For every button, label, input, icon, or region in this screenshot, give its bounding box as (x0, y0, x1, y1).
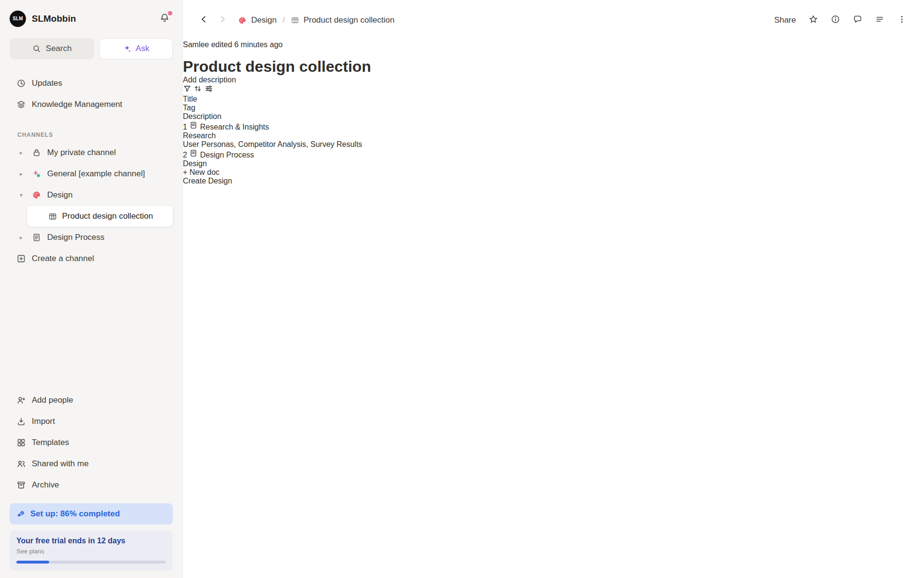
table-row: 1 Research & Insights Research User Pers… (183, 121, 924, 149)
column-header-description[interactable]: Description (183, 112, 924, 121)
sidebar-item-my-private-channel[interactable]: ▸ My private channel (10, 142, 173, 163)
sidebar-item-archive[interactable]: Archive (10, 474, 173, 496)
breadcrumb-page[interactable]: Product design collection (304, 15, 395, 25)
breadcrumb: Design / Product design collection (238, 15, 395, 25)
sidebar-spacer (10, 269, 173, 390)
breadcrumb-channel[interactable]: Design (251, 15, 277, 25)
tag-create-dropdown: Create Design (183, 177, 924, 185)
search-button[interactable]: Search (10, 38, 94, 59)
tag-pill-design: Design (208, 177, 232, 185)
title-cell[interactable]: 1 Research & Insights (183, 121, 924, 131)
view-settings-icon[interactable] (205, 84, 213, 93)
chevron-right-icon[interactable]: ▸ (16, 149, 26, 156)
notifications-button[interactable] (156, 10, 173, 27)
title-cell[interactable]: 2 Design Process (183, 149, 924, 159)
create-tag-option[interactable]: Create Design (183, 177, 924, 185)
general-channel-icon (32, 169, 41, 179)
toc-button[interactable] (875, 14, 885, 26)
sidebar-item-updates[interactable]: Updates (10, 73, 173, 94)
sidebar-item-import[interactable]: Import (10, 411, 173, 432)
plus-icon: + (183, 168, 187, 176)
tag-pill-research[interactable]: Research (183, 131, 216, 140)
see-plans-link[interactable]: See plans (16, 548, 166, 555)
sidebar-item-templates[interactable]: Templates (10, 432, 173, 453)
doc-title-text[interactable]: Research & Insights (200, 123, 269, 131)
search-label: Search (46, 44, 72, 53)
column-header-title[interactable]: Title (183, 95, 924, 104)
back-button[interactable] (199, 14, 209, 26)
comment-icon (853, 14, 862, 24)
page-title[interactable]: Product design collection (183, 58, 924, 76)
last-edited-text: Samlee edited 6 minutes ago (183, 40, 924, 49)
table-toolbar (183, 84, 924, 95)
ask-button[interactable]: Ask (99, 38, 173, 59)
tag-edit-input[interactable]: Design (183, 159, 924, 168)
new-doc-button[interactable]: + New doc (183, 168, 924, 177)
table-icon (291, 16, 299, 25)
chevron-down-icon[interactable]: ▾ (16, 192, 26, 198)
sidebar-item-knowledge-management[interactable]: Knowledge Management (10, 94, 173, 115)
templates-grid-icon (16, 438, 26, 447)
sparkle-icon (123, 44, 131, 53)
doc-icon (189, 121, 198, 130)
person-plus-icon (16, 395, 26, 405)
forward-button[interactable] (218, 14, 227, 26)
column-header-tag[interactable]: Tag (183, 104, 924, 112)
channel-label: Design (47, 190, 73, 200)
channel-doc-label: Product design collection (62, 211, 153, 221)
chevron-right-icon[interactable]: ▸ (16, 234, 26, 241)
workspace-name: SLMobbin (32, 13, 76, 24)
updates-label: Updates (32, 79, 62, 88)
sidebar: SLM SLMobbin Search (0, 0, 183, 578)
download-icon (16, 417, 26, 426)
trial-card[interactable]: Your free trial ends in 12 days See plan… (10, 530, 173, 570)
archive-icon (16, 480, 26, 490)
sidebar-item-design-process[interactable]: ▸ Design Process (10, 227, 173, 248)
setup-progress-label: Set up: 86% completed (30, 509, 120, 519)
add-people-label: Add people (32, 395, 73, 405)
setup-progress-banner[interactable]: Set up: 86% completed (10, 503, 173, 525)
sidebar-item-add-people[interactable]: Add people (10, 390, 173, 411)
channel-label: General [example channel] (47, 169, 145, 179)
breadcrumb-separator: / (282, 15, 285, 25)
tag-cell[interactable]: Research (183, 131, 924, 140)
shared-with-me-label: Shared with me (32, 459, 89, 469)
sidebar-item-product-design-collection[interactable]: Product design collection (27, 206, 173, 227)
notification-dot (168, 11, 172, 15)
more-options-button[interactable] (897, 14, 907, 26)
table-icon (48, 212, 57, 221)
chevron-right-icon[interactable]: ▸ (16, 171, 26, 177)
create-channel-button[interactable]: Create a channel (10, 248, 173, 269)
sidebar-item-general-channel[interactable]: ▸ General [example channel] (10, 163, 173, 184)
create-channel-icon (16, 254, 26, 263)
favorite-star-button[interactable] (808, 14, 818, 26)
sort-icon[interactable] (193, 84, 202, 93)
doc-icon (189, 149, 198, 158)
info-icon (831, 14, 840, 24)
workspace-switcher[interactable]: SLM SLMobbin (10, 11, 76, 27)
trial-progress-track (16, 561, 166, 564)
sidebar-item-shared-with-me[interactable]: Shared with me (10, 453, 173, 474)
new-doc-label: New doc (190, 168, 219, 176)
layers-icon (16, 100, 26, 109)
star-icon (808, 14, 818, 24)
create-channel-label: Create a channel (32, 254, 94, 263)
info-button[interactable] (831, 14, 840, 26)
description-placeholder[interactable]: Add description (183, 76, 924, 84)
templates-label: Templates (32, 438, 69, 447)
rocket-icon (16, 510, 26, 519)
doc-title-text[interactable]: Design Process (200, 151, 254, 159)
comments-button[interactable] (853, 14, 862, 26)
description-cell[interactable]: User Personas, Competitor Analysis, Surv… (183, 140, 924, 149)
share-button[interactable]: Share (774, 15, 796, 25)
channel-label: Design Process (47, 233, 104, 242)
doc-header: Samlee edited 6 minutes ago Product desi… (183, 40, 924, 84)
sidebar-item-design-channel[interactable]: ▾ Design (10, 184, 173, 206)
trial-progress-fill (16, 561, 49, 564)
topbar-actions: Share (774, 14, 907, 26)
list-lines-icon (875, 14, 885, 24)
archive-label: Archive (32, 480, 59, 490)
search-icon (32, 44, 41, 53)
channels-section-header: CHANNELS (10, 131, 173, 138)
filter-icon[interactable] (183, 84, 192, 93)
